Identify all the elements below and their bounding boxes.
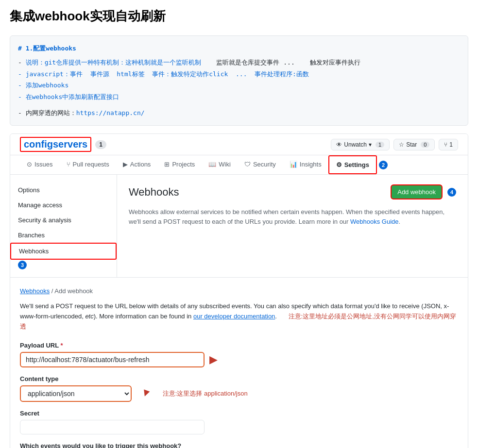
fork-button[interactable]: ⑂ 1 <box>439 139 458 150</box>
sidebar-item-security-analysis[interactable]: Security & analysis <box>10 213 117 228</box>
arrow-content-type-icon: ▲ <box>138 386 153 401</box>
annotation-content-type: 注意:这里选择 application/json <box>163 389 248 398</box>
webhooks-guide-link[interactable]: Webhooks Guide <box>350 218 399 225</box>
tab-projects[interactable]: ⊞ Projects <box>157 156 202 174</box>
wiki-icon: 📖 <box>208 161 216 168</box>
settings-annotation: 2 <box>379 161 388 169</box>
nav-tabs: ⊙ Issues ⑂ Pull requests ▶ Actions ⊞ Pro… <box>10 155 468 175</box>
actions-icon: ▶ <box>123 161 128 168</box>
eye-icon: 👁 <box>336 141 342 148</box>
github-section: configservers 1 👁 Unwatch ▾ 1 ☆ Star 0 ⑂… <box>10 133 468 448</box>
repo-badge: 1 <box>95 140 106 149</box>
tab-actions[interactable]: ▶ Actions <box>116 156 158 174</box>
notes-line-1: - 说明：git仓库提供一种特有机制：这种机制就是一个监听机制 监听就是仓库提交… <box>18 57 460 68</box>
notes-section: # 1.配置webhooks - 说明：git仓库提供一种特有机制：这种机制就是… <box>10 35 468 126</box>
webhooks-breadcrumb-link[interactable]: Webhooks <box>20 287 50 295</box>
issues-icon: ⊙ <box>27 161 32 168</box>
add-webhook-button[interactable]: Add webhook <box>391 184 443 199</box>
tab-issues[interactable]: ⊙ Issues <box>20 156 60 174</box>
pr-icon: ⑂ <box>67 161 70 168</box>
tab-security[interactable]: 🛡 Security <box>238 156 283 174</box>
notes-line-5: - 内网穿透的网站：https://natapp.cn/ <box>18 107 460 118</box>
settings-layout: Options Manage access Security & analysi… <box>10 175 468 277</box>
notes-heading: # 1.配置webhooks <box>18 43 460 54</box>
repo-actions: 👁 Unwatch ▾ 1 ☆ Star 0 ⑂ 1 <box>331 139 458 150</box>
webhooks-title: Webhooks <box>129 186 179 199</box>
content-type-row: application/json application/x-www-form-… <box>20 385 458 402</box>
unwatch-button[interactable]: 👁 Unwatch ▾ 1 <box>331 139 390 150</box>
notes-line-4: - 在webhooks中添加刷新配置接口 <box>18 91 460 102</box>
natapp-link[interactable]: https://natapp.cn/ <box>76 109 145 116</box>
dev-docs-link[interactable]: our developer documentation <box>193 313 275 320</box>
arrow-right-icon: ▶ <box>209 353 218 366</box>
settings-sidebar: Options Manage access Security & analysi… <box>10 175 117 277</box>
repo-name-area: configservers 1 <box>20 137 106 152</box>
sidebar-item-branches[interactable]: Branches <box>10 228 117 243</box>
events-question: Which events would you like to trigger t… <box>20 442 458 448</box>
secret-input[interactable] <box>20 420 205 434</box>
content-type-label: Content type <box>20 375 458 382</box>
webhook-intro: We'll send a POST request to the URL bel… <box>20 301 458 332</box>
add-webhook-annotation: 4 <box>447 188 456 197</box>
breadcrumb: Webhooks / Add webhook <box>20 287 458 295</box>
notes-line-3: - 添加webhooks <box>18 80 460 91</box>
repo-header: configservers 1 👁 Unwatch ▾ 1 ☆ Star 0 ⑂… <box>10 134 468 155</box>
notes-line-2: - javascript：事件 事件源 html标签 事件：触发特定动作clic… <box>18 68 460 80</box>
payload-url-group: Payload URL * ▶ <box>20 342 458 367</box>
settings-content-header: Webhooks Add webhook 4 <box>129 184 456 199</box>
webhooks-description: Webhooks allow external services to be n… <box>129 207 456 226</box>
secret-group: Secret <box>20 410 458 434</box>
payload-url-input[interactable] <box>20 352 205 367</box>
payload-url-row: ▶ <box>20 352 458 367</box>
events-group: Which events would you like to trigger t… <box>20 442 458 448</box>
secret-label: Secret <box>20 410 458 417</box>
payload-url-label: Payload URL * <box>20 342 458 349</box>
sidebar-item-options[interactable]: Options <box>10 183 117 198</box>
webhook-form-section: Webhooks / Add webhook We'll send a POST… <box>10 277 468 448</box>
settings-icon: ⚙ <box>336 161 342 168</box>
sidebar-item-webhooks[interactable]: Webhooks <box>10 243 117 260</box>
star-icon: ☆ <box>399 141 404 148</box>
tab-pull-requests[interactable]: ⑂ Pull requests <box>60 156 116 174</box>
tab-insights[interactable]: 📊 Insights <box>283 156 328 174</box>
content-type-group: Content type application/json applicatio… <box>20 375 458 402</box>
chevron-icon: ▾ <box>369 141 372 148</box>
content-type-select[interactable]: application/json application/x-www-form-… <box>20 385 132 402</box>
insights-icon: 📊 <box>290 161 297 168</box>
sidebar-item-manage-access[interactable]: Manage access <box>10 198 117 213</box>
security-icon: 🛡 <box>244 161 251 168</box>
projects-icon: ⊞ <box>164 161 170 168</box>
page-title: 集成webhook实现自动刷新 <box>10 8 468 25</box>
tab-wiki[interactable]: 📖 Wiki <box>202 156 238 174</box>
star-button[interactable]: ☆ Star 0 <box>393 139 435 150</box>
fork-icon: ⑂ <box>444 141 447 148</box>
repo-name[interactable]: configservers <box>20 137 91 152</box>
webhooks-annotation: 3 <box>18 261 27 269</box>
settings-content: Webhooks Add webhook 4 Webhooks allow ex… <box>117 175 468 277</box>
tab-settings[interactable]: ⚙ Settings <box>328 155 377 174</box>
